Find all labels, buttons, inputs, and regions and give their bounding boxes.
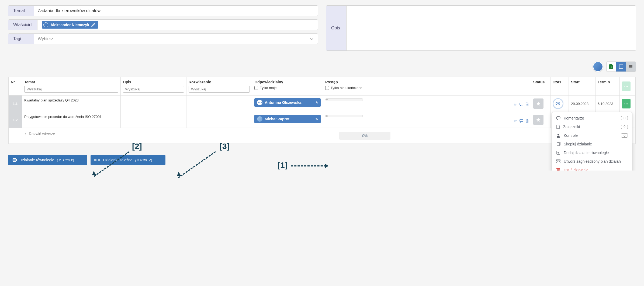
dependent-icon — [94, 159, 100, 161]
table-icon — [619, 64, 623, 69]
time-badge[interactable]: 0% — [553, 98, 563, 109]
menu-add-parallel[interactable]: Dodaj działanie równoległe — [552, 148, 632, 157]
tags-label: Tagi — [8, 34, 34, 44]
description-panel: Opis — [326, 5, 636, 51]
th-topic: Temat — [22, 77, 121, 96]
star-button[interactable]: ★ — [533, 98, 543, 109]
progress-bar[interactable] — [325, 98, 363, 101]
dependent-action-button[interactable]: Działanie zależne (⇧+Ctrl+Z) ⋯ — [91, 155, 165, 165]
expand-rows-toggle[interactable]: ↕ Rozwiń wiersze — [25, 132, 307, 136]
row-assignee: AO Antonina Olszewska ✎ — [252, 96, 323, 112]
export-excel-button[interactable]: X — [607, 62, 616, 72]
th-deadline: Termin — [595, 77, 619, 96]
excel-icon: X — [609, 64, 614, 69]
svg-rect-11 — [520, 120, 523, 122]
trash-icon — [556, 168, 560, 171]
only-unfinished-checkbox[interactable]: Tylko nie ukończone — [325, 86, 529, 90]
only-mine-checkbox[interactable]: Tylko moje — [254, 86, 321, 90]
tags-placeholder: Wybierz... — [38, 36, 57, 41]
owner-field: Właściciel Aleksander Niemczyk — [8, 19, 318, 30]
menu-comments[interactable]: Komentarze 0 — [552, 114, 632, 122]
menu-attachments[interactable]: Załączniki 0 — [552, 122, 632, 131]
svg-rect-28 — [16, 159, 17, 161]
topic-value[interactable]: Zadania dla kierowników działów — [34, 6, 318, 16]
svg-rect-29 — [94, 159, 96, 161]
svg-rect-17 — [557, 143, 559, 146]
row-status: ★ — [531, 112, 550, 128]
row-topic[interactable]: Kwartalny plan sprzedaży Q4 2023 — [22, 96, 121, 112]
svg-rect-25 — [13, 158, 16, 159]
parallel-action-button[interactable]: Działanie równoległe (⇧+Ctrl+X) ⋯ — [8, 155, 87, 165]
svg-rect-30 — [98, 159, 100, 161]
more-icon[interactable]: ⋯ — [158, 158, 162, 162]
row-assignee: Michał Paprot ✎ — [252, 112, 323, 128]
row-actions-button[interactable]: ⋯ — [622, 99, 631, 108]
table-row[interactable]: 1.2 Przygotowanie procedur do wdrożenia … — [9, 112, 636, 128]
avatar-icon — [43, 22, 48, 27]
assignee-chip[interactable]: Michał Paprot ✎ — [254, 115, 321, 123]
view-list-button[interactable] — [626, 62, 636, 72]
row-solution[interactable] — [186, 96, 252, 112]
header-actions-button[interactable]: ⋯ — [622, 81, 631, 91]
menu-copy-action[interactable]: Skopiuj działanie — [552, 140, 632, 148]
point-icon[interactable]: ☞ — [514, 119, 517, 123]
comment-icon — [556, 116, 560, 120]
search-solution[interactable] — [189, 86, 250, 93]
context-menu: Komentarze 0 Załączniki 0 Kontrole 0 — [552, 112, 632, 171]
svg-rect-15 — [556, 117, 560, 119]
tags-field[interactable]: Tagi Wybierz... — [8, 33, 318, 44]
copy-icon — [556, 142, 560, 146]
row-actions: ⋯ — [619, 96, 635, 112]
owner-label: Właściciel — [8, 20, 37, 30]
document-icon[interactable] — [525, 119, 529, 123]
expand-icon: ↕ — [25, 132, 27, 136]
row-deadline[interactable]: 6.10.2023 — [595, 96, 619, 112]
badge: 0 — [621, 116, 628, 120]
user-avatar[interactable] — [593, 62, 603, 72]
menu-create-nested[interactable]: Utwórz zagnieżdżony plan działań — [552, 157, 632, 166]
row-topic[interactable]: Przygotowanie procedur do wdrożenia ISO … — [22, 112, 121, 128]
description-content[interactable] — [347, 6, 636, 50]
row-solution[interactable] — [186, 112, 252, 128]
point-icon[interactable]: ☞ — [514, 103, 517, 107]
th-start: Start — [569, 77, 595, 96]
row-nr: 1.2 — [9, 112, 22, 128]
table-row[interactable]: 1.1 Kwartalny plan sprzedaży Q4 2023 AO … — [9, 96, 636, 112]
chevron-down-icon[interactable] — [310, 37, 314, 41]
th-nr: Nr — [9, 77, 22, 96]
row-progress: ☞ — [323, 112, 531, 128]
comment-icon[interactable] — [520, 103, 523, 107]
svg-rect-7 — [520, 103, 523, 105]
view-table-button[interactable] — [616, 62, 626, 72]
pencil-icon — [91, 23, 95, 27]
row-desc[interactable] — [120, 96, 186, 112]
tasks-table: Nr Temat Opis Rozwiązanie — [8, 77, 636, 144]
progress-bar[interactable] — [325, 115, 363, 117]
plus-square-icon — [556, 151, 560, 155]
menu-delete-action[interactable]: Usuń działanie — [552, 166, 632, 171]
row-start[interactable]: 29.09.2023 — [569, 96, 595, 112]
svg-rect-27 — [12, 159, 12, 161]
star-button[interactable]: ★ — [533, 115, 543, 125]
search-desc[interactable] — [123, 86, 184, 93]
pencil-icon[interactable]: ✎ — [316, 117, 318, 121]
footer-progress: 0% — [339, 132, 390, 140]
assignee-chip[interactable]: AO Antonina Olszewska ✎ — [254, 98, 321, 107]
topic-field: Temat Zadania dla kierowników działów — [8, 5, 318, 16]
badge: 0 — [621, 133, 628, 138]
pencil-icon[interactable]: ✎ — [316, 101, 318, 104]
badge: 0 — [621, 125, 628, 129]
comment-icon[interactable] — [520, 119, 523, 123]
row-desc[interactable] — [120, 112, 186, 128]
th-status: Status — [531, 77, 550, 96]
row-nr: 1.1 — [9, 96, 22, 112]
assignee-initials: AO — [257, 100, 262, 105]
owner-chip[interactable]: Aleksander Niemczyk — [42, 21, 98, 29]
more-icon[interactable]: ⋯ — [80, 158, 84, 162]
menu-controls[interactable]: Kontrole 0 — [552, 131, 632, 140]
th-progress: Postęp Tylko nie ukończone — [323, 77, 531, 96]
svg-rect-31 — [96, 160, 98, 160]
document-icon[interactable] — [525, 103, 529, 107]
search-topic[interactable] — [24, 86, 118, 93]
svg-rect-26 — [13, 161, 16, 162]
